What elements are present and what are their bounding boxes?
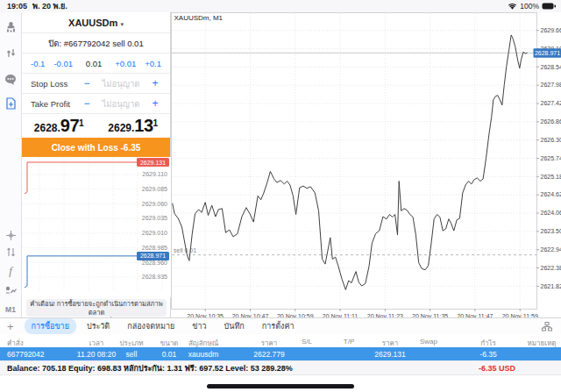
tab-3[interactable]: ข่าว — [185, 318, 213, 334]
account-summary: Balance: 705.18 Equity: 698.83 หลักประกั… — [0, 360, 561, 375]
svg-text:2624.060: 2624.060 — [541, 210, 561, 216]
chevron-down-icon: ▾ — [120, 21, 124, 27]
svg-text:2629.085: 2629.085 — [142, 186, 167, 192]
take-profit-plus-button[interactable]: + — [149, 97, 161, 110]
svg-text:2625.180: 2625.180 — [541, 174, 561, 180]
svg-text:2628.971: 2628.971 — [140, 253, 166, 259]
bid-ask-prices: 2628.971 2629.131 — [22, 114, 170, 138]
stop-loss-label: Stop Loss — [31, 79, 81, 89]
row-cell: xauusdm — [188, 350, 219, 359]
stop-loss-plus-button[interactable]: + — [149, 77, 161, 89]
svg-text:2629.060: 2629.060 — [142, 201, 167, 207]
svg-text:2628.540: 2628.540 — [541, 64, 561, 70]
close-with-loss-button[interactable]: Close with Loss -6.35 — [22, 138, 170, 157]
left-toolbar: f M1 — [0, 12, 22, 317]
functions-icon[interactable]: f — [4, 264, 18, 278]
take-profit-label: Take Profit — [31, 99, 81, 109]
quotes-trader-icon[interactable] — [4, 19, 18, 33]
trade-arrows-icon[interactable] — [4, 46, 18, 60]
svg-text:2627.980: 2627.980 — [541, 82, 561, 88]
new-order-icon[interactable] — [4, 96, 18, 110]
battery-percent: 100% — [520, 2, 539, 11]
positions-table-header: คำสั่งเวลาประเภทขนาดสัญลักษณ์ราคาS/LT/Pร… — [0, 334, 561, 347]
svg-text:XAUUSDm, M1: XAUUSDm, M1 — [174, 14, 224, 22]
take-profit-row: Take Profit − ไม่อนุญาต + — [22, 94, 170, 114]
row-cell: -6.35 — [479, 350, 496, 359]
svg-text:2626.860: 2626.860 — [541, 118, 561, 125]
battery-icon — [542, 3, 556, 10]
indicators-icon[interactable] — [4, 245, 18, 259]
svg-text:2624.620: 2624.620 — [541, 191, 561, 197]
stop-loss-field[interactable]: ไม่อนุญาต — [93, 77, 149, 90]
execution-warning: คำเตือน! การซื้อขายจะถูกดำเนินการตามสภาพ… — [26, 299, 167, 317]
volume-inc-large-button[interactable]: +0.1 — [145, 59, 161, 68]
row-cell: 667792042 — [7, 350, 45, 359]
wifi-icon — [508, 3, 517, 11]
price-chart[interactable]: sell 0.012629.6602629.1002628.5402627.98… — [171, 12, 561, 317]
symbol-selector[interactable]: XAUUSDm ▾ — [22, 12, 170, 33]
position-row[interactable]: 66779204211.20 08:20sell0.01xauusdm2622.… — [0, 347, 561, 360]
svg-text:2629.110: 2629.110 — [142, 171, 167, 177]
svg-text:2626.300: 2626.300 — [541, 137, 561, 143]
crosshair-icon[interactable] — [4, 228, 18, 242]
tick-mini-chart[interactable]: 2629.1102629.0852629.0602629.0352629.010… — [22, 157, 171, 297]
clock: 19:05 — [7, 2, 27, 11]
svg-text:2623.500: 2623.500 — [541, 228, 561, 234]
tab-bar: + การซื้อขายประวัติกล่องจดหมายข่าวบันทึก… — [0, 318, 561, 334]
stop-loss-minus-button[interactable]: − — [81, 77, 93, 89]
timeframe-m1-button[interactable]: M1 — [4, 303, 18, 317]
row-cell: sell — [126, 350, 138, 359]
close-position-panel: XAUUSDm ▾ ปิด: #667792042 sell 0.01 -0.1… — [22, 12, 171, 317]
volume-value[interactable]: 0.01 — [86, 59, 103, 68]
svg-text:2629.131: 2629.131 — [140, 160, 166, 166]
metatrader-app: 19:05 พ. 20 พ.ย. 100% — [0, 0, 561, 392]
trade-panel: + การซื้อขายประวัติกล่องจดหมายข่าวบันทึก… — [0, 317, 561, 392]
total-profit: -6.35 USD — [479, 364, 515, 373]
row-cell: 2622.779 — [253, 350, 284, 359]
sort-columns-icon[interactable] — [542, 322, 552, 331]
tab-5[interactable]: การตั้งค่า — [255, 318, 302, 334]
column-header: S/L — [302, 338, 312, 346]
balance-summary: Balance: 705.18 Equity: 698.83 หลักประกั… — [7, 362, 293, 374]
svg-text:2627.420: 2627.420 — [541, 100, 561, 106]
stop-loss-row: Stop Loss − ไม่อนุญาต + — [22, 74, 170, 94]
symbol-name: XAUUSDm — [68, 18, 117, 28]
row-cell: 11.20 08:20 — [77, 350, 116, 359]
row-cell: 0.01 — [162, 350, 177, 359]
volume-dec-large-button[interactable]: -0.1 — [31, 59, 45, 68]
svg-text:2628.935: 2628.935 — [142, 274, 167, 280]
position-close-info: ปิด: #667792042 sell 0.01 — [22, 33, 170, 53]
column-header: Swap — [420, 338, 437, 346]
status-date: พ. 20 พ.ย. — [32, 0, 67, 12]
tab-0[interactable]: การซื้อขาย — [25, 318, 76, 334]
ask-price[interactable]: 2629.131 — [96, 116, 171, 136]
add-chart-button[interactable]: + — [7, 321, 14, 332]
take-profit-field[interactable]: ไม่อนุญาต — [93, 97, 149, 110]
chat-icon[interactable] — [4, 72, 18, 86]
volume-stepper: -0.1 -0.01 0.01 +0.01 +0.1 — [22, 53, 170, 74]
tab-4[interactable]: บันทึก — [217, 318, 252, 334]
svg-text:2622.940: 2622.940 — [541, 246, 561, 253]
svg-text:2629.010: 2629.010 — [142, 230, 167, 236]
column-header: T/P — [344, 338, 354, 346]
svg-text:2622.380: 2622.380 — [541, 265, 561, 271]
volume-inc-small-button[interactable]: +0.01 — [115, 59, 136, 68]
svg-text:2628.971: 2628.971 — [535, 50, 560, 56]
tab-2[interactable]: กล่องจดหมาย — [120, 318, 181, 334]
row-cell: 2629.131 — [374, 350, 405, 359]
objects-icon[interactable] — [4, 283, 18, 297]
tab-1[interactable]: ประวัติ — [80, 318, 117, 334]
svg-text:2628.985: 2628.985 — [142, 245, 167, 251]
take-profit-minus-button[interactable]: − — [81, 97, 93, 110]
svg-text:2629.035: 2629.035 — [142, 215, 167, 221]
home-indicator[interactable] — [207, 384, 354, 388]
svg-text:2629.660: 2629.660 — [541, 27, 561, 33]
svg-text:sell 0.01: sell 0.01 — [174, 247, 196, 253]
svg-text:2621.820: 2621.820 — [541, 283, 561, 289]
svg-text:2625.740: 2625.740 — [541, 155, 561, 161]
volume-dec-small-button[interactable]: -0.01 — [53, 59, 73, 68]
status-bar: 19:05 พ. 20 พ.ย. 100% — [0, 0, 561, 12]
bid-price[interactable]: 2628.971 — [22, 116, 96, 136]
